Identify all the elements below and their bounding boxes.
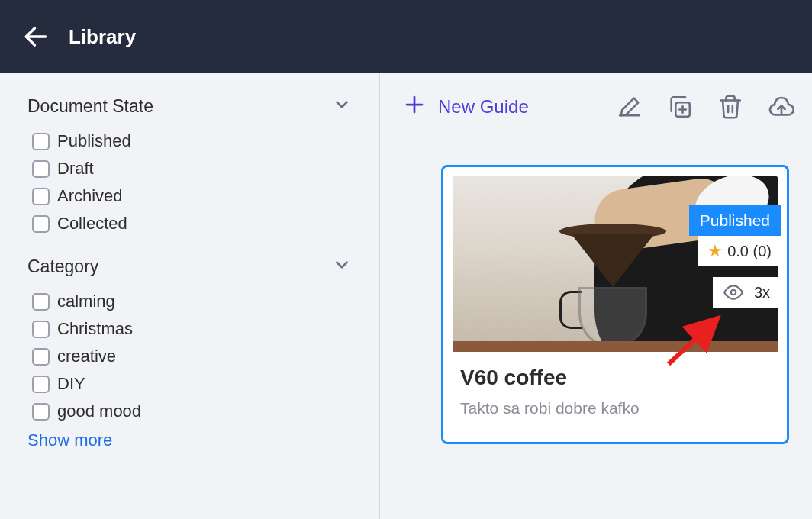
edit-button[interactable] [617,94,643,120]
filter-title: Category [27,256,98,277]
filter-label: Archived [57,186,123,206]
filter-option-diy[interactable]: DIY [32,374,352,394]
plus-icon [403,93,426,121]
rating-value: 0.0 (0) [727,243,772,260]
svg-point-9 [731,290,736,295]
filter-option-collected[interactable]: Collected [32,214,352,234]
delete-button[interactable] [717,94,743,120]
filter-label: Collected [57,214,127,234]
card-description: Takto sa robi dobre kafko [460,399,770,417]
filter-label: good mood [57,401,141,421]
filter-sidebar: Document State Published Draft Archived [0,73,379,519]
filter-label: Christmas [57,319,133,339]
filter-label: calming [57,292,115,311]
star-icon: ★ [707,241,723,261]
status-badge: Published [689,205,781,236]
checkbox[interactable] [32,376,50,393]
filter-option-draft[interactable]: Draft [32,159,352,179]
views-badge: 3x [713,277,781,308]
checkbox[interactable] [32,160,50,178]
checkbox[interactable] [32,215,50,233]
checkbox[interactable] [32,293,50,311]
filter-option-christmas[interactable]: Christmas [32,319,352,339]
chevron-down-icon [332,255,352,278]
card-title: V60 coffee [460,366,770,390]
rating-badge: ★ 0.0 (0) [698,236,781,266]
filter-option-archived[interactable]: Archived [32,186,352,206]
show-more-link[interactable]: Show more [27,430,352,450]
filter-option-calming[interactable]: calming [32,292,352,311]
page-title: Library [69,25,136,49]
views-value: 3x [754,284,770,301]
filter-title: Document State [27,96,153,117]
checkbox[interactable] [32,133,50,150]
filter-label: Draft [57,159,94,179]
back-button[interactable] [21,22,50,51]
toolbar: New Guide [380,73,812,140]
filter-header-document-state[interactable]: Document State [27,95,352,118]
filter-label: creative [57,347,116,366]
upload-button[interactable] [768,93,795,121]
checkbox[interactable] [32,348,50,366]
checkbox[interactable] [32,403,50,421]
filter-option-creative[interactable]: creative [32,347,352,366]
eye-icon [723,282,743,302]
new-guide-label: New Guide [438,96,529,118]
copy-button[interactable] [667,94,693,120]
new-guide-button[interactable]: New Guide [397,84,535,130]
filter-section-category: Category calming Christmas creative [27,255,352,450]
app-header: Library [0,0,812,73]
guide-card[interactable]: Published ★ 0.0 (0) 3x [441,165,789,444]
filter-option-published[interactable]: Published [32,131,352,151]
checkbox[interactable] [32,321,50,338]
filter-label: DIY [57,374,85,394]
filter-option-good-mood[interactable]: good mood [32,401,352,421]
filter-header-category[interactable]: Category [27,255,352,278]
filter-label: Published [57,131,131,151]
filter-section-document-state: Document State Published Draft Archived [27,95,352,234]
main-content: New Guide [379,73,812,519]
chevron-down-icon [332,95,352,118]
checkbox[interactable] [32,188,50,205]
